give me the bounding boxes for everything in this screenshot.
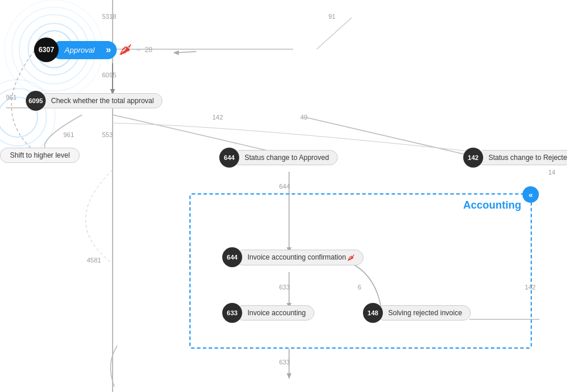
node-shift-higher[interactable]: Shift to higher level [0, 148, 80, 163]
node-invoice-accounting[interactable]: 633 Invoice accounting [222, 303, 314, 323]
node-approval[interactable]: 6307 Approval » 🌶 ← 28 [34, 38, 152, 62]
invoice-accounting-label: Invoice accounting [235, 305, 314, 321]
edge-label-633-mid: 633 [279, 284, 290, 291]
status-rejected-badge: 142 [463, 148, 483, 168]
edge-label-553: 553 [102, 131, 113, 138]
edge-label-142-top: 142 [212, 114, 223, 121]
edge-label-4581: 4581 [87, 257, 101, 264]
edge-label-91: 91 [328, 13, 335, 20]
node-solving-rejected[interactable]: 148 Solving rejected invoice [363, 303, 471, 323]
node-check-total[interactable]: 6095 Check whether the total approval [26, 91, 162, 111]
invoice-accounting-badge: 633 [222, 303, 242, 323]
approval-badge: 6307 [34, 38, 59, 62]
check-total-badge: 6095 [26, 91, 46, 111]
status-rejected-label: Status change to Rejected [476, 150, 567, 165]
invoice-confirmation-label: Invoice accounting confirmation 🌶 [235, 250, 364, 265]
svg-marker-13 [287, 373, 291, 379]
edge-label-14: 14 [548, 169, 555, 176]
edge-label-633-bot: 633 [279, 359, 290, 366]
edge-label-961-left: 961 [6, 94, 16, 101]
approval-arrow-label: ← 28 [135, 46, 152, 54]
svg-marker-14 [173, 50, 179, 55]
edge-label-6: 6 [358, 284, 361, 291]
approval-label: Approval » [52, 41, 117, 59]
node-invoice-confirmation[interactable]: 644 Invoice accounting confirmation 🌶 [222, 247, 364, 267]
edge-label-40: 40 [300, 114, 307, 121]
edge-label-142-right: 142 [525, 284, 535, 291]
solving-rejected-badge: 148 [363, 303, 383, 323]
workflow-canvas: 6307 Approval » 🌶 ← 28 6095 Check whethe… [0, 0, 567, 392]
node-status-approved[interactable]: 644 Status change to Approved [219, 148, 338, 168]
invoice-confirmation-chili-icon: 🌶 [347, 253, 355, 262]
shift-higher-label: Shift to higher level [0, 148, 80, 163]
invoice-confirmation-badge: 644 [222, 247, 242, 267]
status-approved-label: Status change to Approved [232, 150, 338, 165]
edge-label-644: 644 [279, 183, 290, 190]
node-status-rejected[interactable]: 142 Status change to Rejected [463, 148, 567, 168]
edge-label-6095: 6095 [102, 71, 116, 79]
edge-label-961-bottom: 961 [63, 131, 74, 138]
check-total-label: Check whether the total approval [39, 93, 162, 108]
approval-chevron-icon: » [106, 45, 111, 55]
approval-chili-icon: 🌶 [119, 42, 132, 57]
edge-label-5318: 5318 [102, 13, 116, 20]
accounting-collapse-button[interactable]: « [522, 186, 539, 203]
accounting-title: Accounting [463, 199, 521, 212]
solving-rejected-label: Solving rejected invoice [376, 305, 471, 321]
accounting-group: « Accounting 644 Invoice accounting conf… [189, 193, 532, 349]
status-approved-badge: 644 [219, 148, 239, 168]
